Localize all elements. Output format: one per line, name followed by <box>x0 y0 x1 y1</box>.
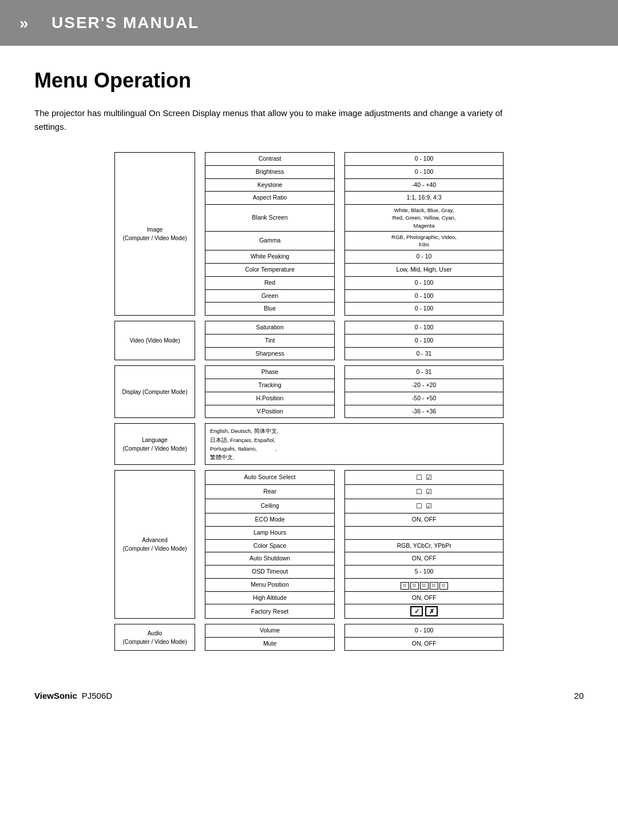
spacer-row <box>115 316 504 321</box>
blue-label: Blue <box>205 302 335 316</box>
main-content: Menu Operation The projector has multili… <box>0 46 618 674</box>
volume-value: 0 - 100 <box>345 624 504 638</box>
gamma-label: Gamma <box>205 231 335 250</box>
page-title: Menu Operation <box>34 69 584 93</box>
lamp-hours-value <box>345 526 504 539</box>
factory-reset-value: ✓ ✗ <box>345 604 504 619</box>
spacer-row <box>115 418 504 424</box>
auto-shutdown-label: Auto Shutdown <box>205 552 335 566</box>
white-peaking-value: 0 - 10 <box>345 250 504 264</box>
color-temp-value: Low, Mid, High, User <box>345 264 504 277</box>
auto-shutdown-value: ON, OFF <box>345 552 504 566</box>
tracking-value: -20 - +20 <box>345 379 504 392</box>
footer-model: PJ506D <box>82 691 112 700</box>
display-label: Display (Computer Mode) <box>115 366 195 418</box>
sharpness-label: Sharpness <box>205 347 335 360</box>
factory-reset-label: Factory Reset <box>205 604 335 619</box>
tint-label: Tint <box>205 334 335 347</box>
volume-label: Volume <box>205 624 335 638</box>
intro-paragraph: The projector has multilingual On Screen… <box>34 106 504 134</box>
phase-label: Phase <box>205 366 335 379</box>
video-label: Video (Video Mode) <box>115 321 195 360</box>
rear-label: Rear <box>205 485 335 499</box>
green-label: Green <box>205 289 335 302</box>
menu-table: Image(Computer / Video Mode) Contrast 0 … <box>114 152 504 651</box>
table-row: Language(Computer / Video Mode) English,… <box>115 424 504 465</box>
footer-page-number: 20 <box>574 691 584 700</box>
spacer-row <box>115 360 504 366</box>
spacer-row <box>115 619 504 624</box>
logo-icon: » <box>17 10 42 35</box>
page-footer: ViewSonic PJ506D 20 <box>0 679 618 712</box>
keystone-value: -40 - +40 <box>345 178 504 192</box>
aspect-ratio-value: 1:1, 16:9, 4:3 <box>345 192 504 205</box>
osd-timeout-value: 5 - 100 <box>345 566 504 579</box>
page-header: » USER'S MANUAL <box>0 0 618 46</box>
header-title: USER'S MANUAL <box>52 14 199 32</box>
blue-value: 0 - 100 <box>345 302 504 316</box>
red-label: Red <box>205 276 335 289</box>
spacer-row <box>115 465 504 471</box>
sharpness-value: 0 - 31 <box>345 347 504 360</box>
tint-value: 0 - 100 <box>345 334 504 347</box>
advanced-label: Advanced(Computer / Video Mode) <box>115 471 195 619</box>
high-altitude-value: ON, OFF <box>345 591 504 604</box>
mute-value: ON, OFF <box>345 638 504 651</box>
lamp-hours-label: Lamp Hours <box>205 526 335 539</box>
image-label: Image(Computer / Video Mode) <box>115 153 195 316</box>
eco-mode-label: ECO Mode <box>205 513 335 527</box>
keystone-label: Keystone <box>205 178 335 192</box>
aspect-ratio-label: Aspect Ratio <box>205 192 335 205</box>
phase-value: 0 - 31 <box>345 366 504 379</box>
auto-source-select-value: ☐ ☑ <box>345 471 504 485</box>
color-temp-label: Color Temperature <box>205 264 335 277</box>
svg-text:»: » <box>19 14 29 32</box>
hposition-label: H.Position <box>205 392 335 405</box>
vposition-value: -36 - +36 <box>345 405 504 418</box>
ceiling-label: Ceiling <box>205 499 335 513</box>
ceiling-value: ☐ ☑ <box>345 499 504 513</box>
eco-mode-value: ON, OFF <box>345 513 504 527</box>
white-peaking-label: White Peaking <box>205 250 335 264</box>
hposition-value: -50 - +50 <box>345 392 504 405</box>
color-space-label: Color Space <box>205 539 335 552</box>
menu-position-value: ⊡ ⊡ ⊡ ⊡ ⊡ <box>345 578 504 591</box>
red-value: 0 - 100 <box>345 276 504 289</box>
blank-screen-value: White, Black, Blue, Gray,Red, Green, Yel… <box>345 205 504 232</box>
table-row: Image(Computer / Video Mode) Contrast 0 … <box>115 153 504 166</box>
saturation-value: 0 - 100 <box>345 321 504 335</box>
brightness-label: Brightness <box>205 165 335 178</box>
menu-position-label: Menu Position <box>205 578 335 591</box>
rear-value: ☐ ☑ <box>345 485 504 499</box>
language-value: English, Deutsch, 简体中文, 日本語, Français, E… <box>205 424 504 465</box>
auto-source-select-label: Auto Source Select <box>205 471 335 485</box>
audio-label: Audio(Computer / Video Mode) <box>115 624 195 651</box>
vposition-label: V.Position <box>205 405 335 418</box>
tracking-label: Tracking <box>205 379 335 392</box>
table-row: Advanced(Computer / Video Mode) Auto Sou… <box>115 471 504 485</box>
language-label: Language(Computer / Video Mode) <box>115 424 195 465</box>
gamma-value: RGB, Photographic, Video,Film <box>345 231 504 250</box>
brightness-value: 0 - 100 <box>345 165 504 178</box>
contrast-value: 0 - 100 <box>345 153 504 166</box>
table-row: Video (Video Mode) Saturation 0 - 100 <box>115 321 504 335</box>
footer-brand: ViewSonic <box>34 691 77 700</box>
contrast-label: Contrast <box>205 153 335 166</box>
green-value: 0 - 100 <box>345 289 504 302</box>
table-row: Display (Computer Mode) Phase 0 - 31 <box>115 366 504 379</box>
table-row: Audio(Computer / Video Mode) Volume 0 - … <box>115 624 504 638</box>
saturation-label: Saturation <box>205 321 335 335</box>
color-space-value: RGB, YCbCr, YPbPr <box>345 539 504 552</box>
menu-diagram: Image(Computer / Video Mode) Contrast 0 … <box>34 152 584 651</box>
mute-label: Mute <box>205 638 335 651</box>
osd-timeout-label: OSD Timeout <box>205 566 335 579</box>
high-altitude-label: High Altitude <box>205 591 335 604</box>
blank-screen-label: Blank Screen <box>205 205 335 232</box>
